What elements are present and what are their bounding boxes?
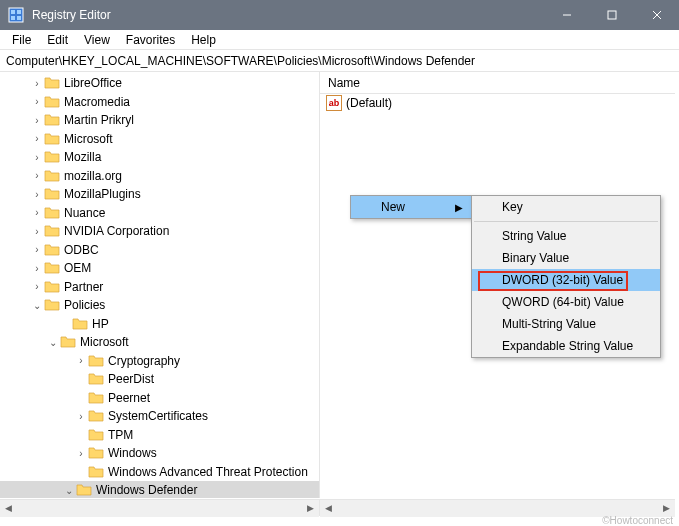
folder-icon bbox=[44, 95, 60, 109]
scroll-left-button[interactable]: ◀ bbox=[0, 500, 17, 517]
folder-icon bbox=[44, 132, 60, 146]
tree-node[interactable]: Peernet bbox=[0, 389, 319, 408]
tree-node[interactable]: ›Macromedia bbox=[0, 93, 319, 112]
tree-node[interactable]: ›Partner bbox=[0, 278, 319, 297]
submenu-arrow-icon: ▶ bbox=[455, 202, 463, 213]
tree-label: SystemCertificates bbox=[108, 409, 208, 423]
tree-node[interactable]: ›OEM bbox=[0, 259, 319, 278]
tree-node[interactable]: ›NVIDIA Corporation bbox=[0, 222, 319, 241]
tree-twisty-icon[interactable]: › bbox=[30, 281, 44, 292]
tree-twisty-icon[interactable]: › bbox=[30, 170, 44, 181]
ctx-new[interactable]: New ▶ bbox=[351, 196, 471, 218]
scroll-track[interactable] bbox=[17, 500, 302, 517]
scroll-right-button[interactable]: ▶ bbox=[302, 500, 319, 517]
tree-node[interactable]: ›MozillaPlugins bbox=[0, 185, 319, 204]
folder-icon bbox=[88, 372, 104, 386]
tree-twisty-icon[interactable]: › bbox=[74, 411, 88, 422]
list-header-name[interactable]: Name bbox=[320, 72, 675, 94]
menu-edit[interactable]: Edit bbox=[39, 31, 76, 49]
ctx-qword[interactable]: QWORD (64-bit) Value bbox=[472, 291, 660, 313]
tree-twisty-icon[interactable]: › bbox=[30, 96, 44, 107]
menu-bar: File Edit View Favorites Help bbox=[0, 30, 679, 50]
menu-file[interactable]: File bbox=[4, 31, 39, 49]
list-row-default[interactable]: ab (Default) bbox=[320, 94, 675, 112]
tree-node[interactable]: ›ODBC bbox=[0, 241, 319, 260]
tree-twisty-icon[interactable]: › bbox=[74, 448, 88, 459]
tree-twisty-icon[interactable]: › bbox=[30, 115, 44, 126]
ctx-binary[interactable]: Binary Value bbox=[472, 247, 660, 269]
tree-twisty-icon[interactable]: › bbox=[74, 355, 88, 366]
tree-node[interactable]: HP bbox=[0, 315, 319, 334]
tree-label: Windows bbox=[108, 446, 157, 460]
tree-label: OEM bbox=[64, 261, 91, 275]
tree-node[interactable]: ›Cryptography bbox=[0, 352, 319, 371]
tree-node[interactable]: ›Windows bbox=[0, 444, 319, 463]
ctx-key[interactable]: Key bbox=[472, 196, 660, 218]
tree-twisty-icon[interactable]: › bbox=[30, 263, 44, 274]
tree-node[interactable]: ⌄Microsoft bbox=[0, 333, 319, 352]
tree-twisty-icon[interactable]: ⌄ bbox=[46, 337, 60, 348]
tree-label: Policies bbox=[64, 298, 105, 312]
tree-twisty-icon[interactable]: › bbox=[30, 78, 44, 89]
tree-twisty-icon[interactable]: ⌄ bbox=[30, 300, 44, 311]
tree-twisty-icon[interactable]: › bbox=[30, 133, 44, 144]
string-value-icon: ab bbox=[326, 95, 342, 111]
bottom-scroll-area: ◀ ▶ ◀ ▶ bbox=[0, 499, 675, 516]
tree-label: Windows Defender bbox=[96, 483, 197, 497]
ctx-expand[interactable]: Expandable String Value bbox=[472, 335, 660, 357]
scroll-left-button[interactable]: ◀ bbox=[320, 500, 337, 517]
folder-icon bbox=[88, 465, 104, 479]
maximize-button[interactable] bbox=[589, 0, 634, 30]
tree-node[interactable]: ›Microsoft bbox=[0, 130, 319, 149]
tree-node[interactable]: ⌄Windows Defender bbox=[0, 481, 319, 498]
tree-twisty-icon[interactable]: › bbox=[30, 207, 44, 218]
folder-icon bbox=[88, 391, 104, 405]
folder-icon bbox=[88, 354, 104, 368]
folder-icon bbox=[44, 280, 60, 294]
tree-node[interactable]: ›Mozilla bbox=[0, 148, 319, 167]
menu-favorites[interactable]: Favorites bbox=[118, 31, 183, 49]
scroll-track[interactable] bbox=[337, 500, 658, 517]
folder-icon bbox=[88, 409, 104, 423]
tree-label: NVIDIA Corporation bbox=[64, 224, 169, 238]
address-bar[interactable]: Computer\HKEY_LOCAL_MACHINE\SOFTWARE\Pol… bbox=[0, 50, 679, 72]
address-path: Computer\HKEY_LOCAL_MACHINE\SOFTWARE\Pol… bbox=[6, 54, 475, 68]
tree-node[interactable]: ›Nuance bbox=[0, 204, 319, 223]
tree-twisty-icon[interactable]: › bbox=[30, 244, 44, 255]
regedit-icon bbox=[8, 7, 24, 23]
tree-twisty-icon[interactable]: ⌄ bbox=[62, 485, 76, 496]
tree-label: Partner bbox=[64, 280, 103, 294]
tree-node[interactable]: ›LibreOffice bbox=[0, 74, 319, 93]
tree-node[interactable]: PeerDist bbox=[0, 370, 319, 389]
folder-icon bbox=[44, 187, 60, 201]
folder-icon bbox=[44, 150, 60, 164]
tree-node[interactable]: TPM bbox=[0, 426, 319, 445]
folder-icon bbox=[44, 76, 60, 90]
folder-icon bbox=[88, 428, 104, 442]
ctx-string[interactable]: String Value bbox=[472, 225, 660, 247]
tree-twisty-icon[interactable]: › bbox=[30, 226, 44, 237]
scroll-right-button[interactable]: ▶ bbox=[658, 500, 675, 517]
tree-node[interactable]: ⌄Policies bbox=[0, 296, 319, 315]
close-button[interactable] bbox=[634, 0, 679, 30]
tree-node[interactable]: Windows Advanced Threat Protection bbox=[0, 463, 319, 482]
tree-twisty-icon[interactable]: › bbox=[30, 189, 44, 200]
ctx-dword[interactable]: DWORD (32-bit) Value bbox=[472, 269, 660, 291]
ctx-multi[interactable]: Multi-String Value bbox=[472, 313, 660, 335]
context-menu-primary: New ▶ bbox=[350, 195, 472, 219]
menu-view[interactable]: View bbox=[76, 31, 118, 49]
tree-pane[interactable]: ›LibreOffice›Macromedia›Martin Prikryl›M… bbox=[0, 72, 320, 498]
value-name: (Default) bbox=[346, 96, 392, 110]
tree-label: Macromedia bbox=[64, 95, 130, 109]
tree-node[interactable]: ›SystemCertificates bbox=[0, 407, 319, 426]
menu-help[interactable]: Help bbox=[183, 31, 224, 49]
svg-rect-2 bbox=[17, 10, 21, 14]
tree-label: MozillaPlugins bbox=[64, 187, 141, 201]
tree-node[interactable]: ›mozilla.org bbox=[0, 167, 319, 186]
folder-icon bbox=[88, 446, 104, 460]
tree-node[interactable]: ›Martin Prikryl bbox=[0, 111, 319, 130]
minimize-button[interactable] bbox=[544, 0, 589, 30]
tree-twisty-icon[interactable]: › bbox=[30, 152, 44, 163]
folder-icon bbox=[72, 317, 88, 331]
tree-label: mozilla.org bbox=[64, 169, 122, 183]
